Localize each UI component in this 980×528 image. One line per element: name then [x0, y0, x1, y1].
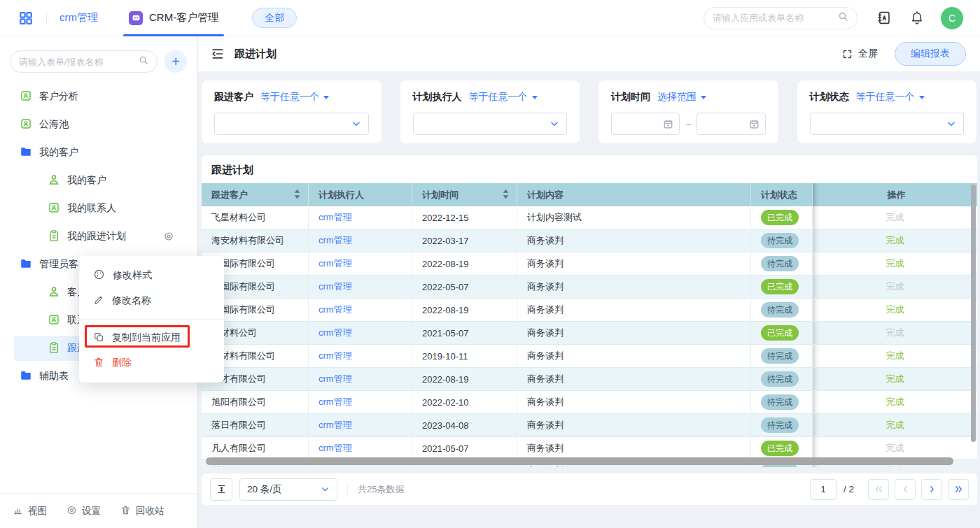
action-link[interactable]: 完成 — [886, 465, 904, 467]
filter-condition-dropdown[interactable]: 等于任意一个 — [260, 91, 329, 104]
sort-icon[interactable] — [502, 189, 510, 201]
cell-executor-link[interactable]: crm管理 — [309, 437, 412, 459]
expand-vertical-icon — [216, 484, 227, 494]
filter-condition-dropdown[interactable]: 选择范围 — [657, 91, 706, 104]
prev-page-button[interactable] — [895, 479, 916, 500]
date-start-input[interactable] — [611, 113, 680, 135]
fullscreen-button[interactable]: 全屏 — [842, 48, 878, 60]
cell-action: 完成 — [813, 252, 977, 275]
global-search-input[interactable] — [713, 13, 838, 23]
sort-icon[interactable] — [293, 189, 301, 201]
filter-card-customer: 跟进客户 等于任意一个 — [202, 80, 382, 143]
last-page-button[interactable] — [948, 479, 969, 500]
sidebar-item[interactable]: 我的客户 — [0, 138, 197, 166]
vertical-scrollbar[interactable] — [971, 185, 976, 442]
sidebar-item[interactable]: 我的联系人 — [0, 194, 197, 222]
sidebar-item[interactable]: 我的客户 — [0, 166, 197, 194]
menu-item-edit-style[interactable]: 修改样式 — [79, 263, 224, 288]
edit-report-button[interactable]: 编辑报表 — [895, 42, 966, 66]
menu-item-label: 修改样式 — [113, 269, 152, 282]
action-link[interactable]: 完成 — [886, 373, 904, 385]
column-header[interactable]: 计划内容 — [517, 183, 751, 206]
menu-item-copy-to-app[interactable]: 复制到当前应用 — [79, 325, 224, 350]
filter-label: 计划执行人 — [413, 91, 462, 104]
status-badge: 已完成 — [761, 325, 799, 341]
filter-select-customer[interactable] — [214, 113, 369, 135]
action-link[interactable]: 完成 — [886, 350, 904, 362]
cell-action: 完成 — [813, 437, 977, 459]
settings-button[interactable]: 设置 — [66, 505, 101, 518]
filter-condition-dropdown[interactable]: 等于任意一个 — [856, 91, 925, 104]
column-header[interactable]: 计划状态 — [751, 183, 813, 206]
sidebar-item[interactable]: 客户分析 — [0, 83, 197, 110]
action-link[interactable]: 完成 — [886, 234, 904, 247]
menu-item-delete[interactable]: 删除 — [79, 350, 224, 376]
action-link[interactable]: 完成 — [886, 419, 904, 431]
page-input[interactable] — [810, 479, 836, 500]
apps-grid-icon[interactable] — [18, 10, 34, 26]
bell-icon[interactable] — [910, 11, 924, 25]
cell-status: 待完成 — [751, 345, 813, 367]
date-end-input[interactable] — [696, 113, 765, 135]
tab-crm-app[interactable]: CRM-客户管理 — [129, 0, 218, 36]
gear-icon[interactable] — [163, 231, 174, 242]
cell-executor-link[interactable]: crm管理 — [309, 252, 412, 275]
chevron-down-icon — [351, 119, 361, 129]
table-card: 跟进计划 跟进客户 计划执行人 计划时间 计划内容 计划状态 操作 飞星材料公司… — [202, 155, 977, 467]
workspace-link[interactable]: crm管理 — [59, 11, 98, 24]
cell-content: 商务谈判 — [517, 252, 751, 275]
column-header[interactable]: 跟进客户 — [202, 183, 309, 206]
cell-executor-link[interactable]: crm管理 — [309, 299, 412, 321]
action-link[interactable]: 完成 — [886, 211, 904, 224]
cell-executor-link[interactable]: crm管理 — [309, 322, 412, 344]
cell-status: 已完成 — [751, 276, 813, 298]
views-button[interactable]: 视图 — [13, 505, 47, 518]
column-header[interactable]: 计划时间 — [412, 183, 517, 206]
action-link[interactable]: 完成 — [886, 396, 904, 408]
cell-executor-link[interactable]: crm管理 — [309, 368, 412, 390]
column-header-label: 计划时间 — [422, 189, 458, 201]
action-link[interactable]: 完成 — [886, 304, 904, 316]
next-page-button[interactable] — [921, 479, 942, 500]
action-link[interactable]: 完成 — [886, 280, 904, 293]
collapse-sidebar-icon[interactable] — [211, 47, 225, 61]
cell-content: 商务谈判 — [517, 345, 751, 367]
add-form-button[interactable]: + — [164, 50, 187, 73]
cell-executor-link[interactable]: crm管理 — [309, 345, 412, 367]
page-size-select[interactable]: 20 条/页 — [239, 478, 337, 501]
search-icon — [838, 11, 848, 24]
table-density-button[interactable] — [210, 478, 232, 501]
filter-condition-dropdown[interactable]: 等于任意一个 — [469, 91, 538, 104]
cell-executor-link[interactable]: crm管理 — [309, 229, 412, 252]
cell-executor-link[interactable]: crm管理 — [309, 391, 412, 413]
cell-action: 完成 — [813, 276, 977, 298]
filter-select-status[interactable] — [810, 113, 965, 135]
sidebar-item[interactable]: 公海池 — [0, 110, 197, 138]
sidebar-search-input[interactable] — [19, 57, 139, 67]
cell-executor-link[interactable]: crm管理 — [309, 414, 412, 436]
avatar[interactable]: C — [941, 7, 963, 29]
action-link[interactable]: 完成 — [886, 327, 904, 339]
cell-action: 完成 — [813, 345, 977, 367]
address-book-icon[interactable] — [876, 10, 891, 25]
first-page-button[interactable] — [868, 479, 889, 500]
menu-item-rename[interactable]: 修改名称 — [79, 288, 224, 313]
cell-content: 商务谈判 — [517, 299, 751, 321]
recycle-bin-button[interactable]: 回收站 — [120, 505, 164, 518]
sidebar-search[interactable] — [10, 50, 158, 73]
action-link[interactable]: 完成 — [886, 442, 904, 455]
column-header[interactable]: 计划执行人 — [309, 183, 412, 206]
cell-date: 2019-10-11 — [412, 345, 517, 367]
table-row: 瑾国际有限公司 crm管理 2022-08-19 商务谈判 待完成 完成 — [202, 252, 977, 276]
horizontal-scrollbar[interactable] — [206, 457, 953, 465]
sidebar-item[interactable]: 我的跟进计划 — [0, 222, 197, 250]
action-link[interactable]: 完成 — [886, 257, 904, 270]
all-pill-button[interactable]: 全部 — [252, 8, 297, 28]
table-row: 良才有限公司 crm管理 2022-08-19 商务谈判 待完成 完成 — [202, 368, 977, 391]
table-title: 跟进计划 — [202, 155, 977, 183]
filter-select-executor[interactable] — [413, 113, 568, 135]
column-header[interactable]: 操作 — [813, 183, 977, 206]
cell-executor-link[interactable]: crm管理 — [309, 276, 412, 298]
global-search[interactable] — [704, 7, 858, 29]
cell-executor-link[interactable]: crm管理 — [309, 206, 412, 229]
